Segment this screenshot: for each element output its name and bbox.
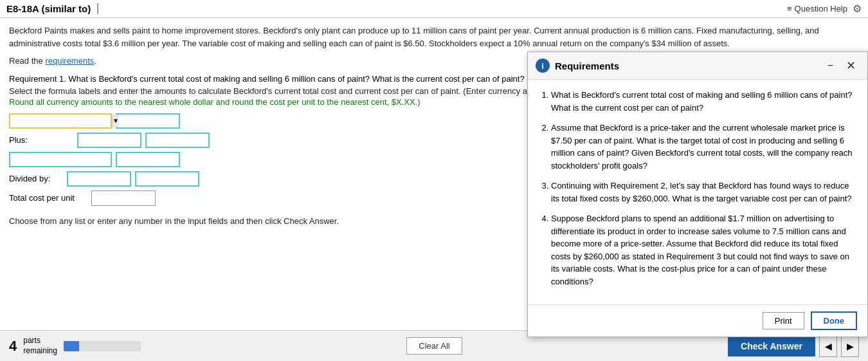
remaining-label: remaining: [23, 346, 57, 356]
popup-body: What is Beckford's current total cost of…: [528, 80, 867, 304]
close-button[interactable]: ✕: [842, 57, 860, 74]
requirements-popup: i Requirements − ✕ What is Beckford's cu…: [527, 51, 868, 337]
question-help-button[interactable]: ≡ Question Help: [787, 4, 847, 14]
total-cost-label: Total cost per unit: [9, 193, 75, 203]
problem-text: Beckford Paints makes and sells paint to…: [9, 24, 859, 50]
next-button[interactable]: ▶: [841, 335, 859, 357]
list-item: Continuing with Requirement 2, let's say…: [551, 180, 857, 205]
parts-info: parts remaining: [23, 336, 57, 356]
popup-header-left: i Requirements: [536, 59, 619, 73]
input-field-2[interactable]: [77, 133, 141, 148]
main-container: E8-18A (similar to) ≡ Question Help ⚙ Be…: [0, 0, 868, 361]
input-field-4[interactable]: [116, 152, 180, 167]
input-field-6[interactable]: [135, 171, 199, 187]
requirements-list: What is Beckford's current total cost of…: [538, 89, 857, 288]
input-field-1[interactable]: [116, 113, 180, 129]
header-right: ≡ Question Help ⚙: [787, 3, 862, 15]
popup-header: i Requirements − ✕: [528, 52, 867, 80]
progress-bar: [64, 341, 141, 351]
parts-label: parts: [23, 336, 57, 346]
divided-by-label: Divided by:: [9, 174, 60, 183]
minimize-button[interactable]: −: [824, 59, 837, 73]
done-button[interactable]: Done: [811, 311, 858, 330]
input-field-5[interactable]: [67, 171, 131, 187]
footer-left: 4 parts remaining: [9, 336, 141, 356]
dropdown-input-2[interactable]: [10, 154, 112, 165]
formula-dropdown-2[interactable]: [9, 152, 112, 167]
info-icon: i: [536, 59, 550, 73]
clear-all-button[interactable]: Clear All: [406, 337, 462, 355]
popup-footer: Print Done: [528, 304, 867, 337]
footer-center: Clear All: [406, 337, 462, 355]
list-item: What is Beckford's current total cost of…: [551, 89, 857, 114]
plus-label: Plus:: [9, 135, 60, 145]
popup-controls: − ✕: [824, 57, 860, 74]
list-item: Suppose Beckford plans to spend an addit…: [551, 212, 857, 288]
prev-button[interactable]: ◀: [819, 335, 837, 357]
check-answer-button[interactable]: Check Answer: [728, 336, 815, 356]
parts-number: 4: [9, 338, 17, 355]
page-title: E8-18A (similar to): [6, 3, 98, 14]
header-bar: E8-18A (similar to) ≡ Question Help ⚙: [0, 0, 868, 18]
dropdown-arrow-icon[interactable]: ▼: [112, 115, 119, 127]
input-field-3[interactable]: [145, 133, 210, 148]
print-button[interactable]: Print: [763, 312, 804, 329]
total-cost-input[interactable]: [91, 190, 156, 206]
list-item: Assume that Beckford is a price-taker an…: [551, 122, 857, 172]
formula-dropdown[interactable]: ▼: [9, 113, 112, 129]
gear-icon[interactable]: ⚙: [853, 3, 862, 15]
footer-right: Check Answer ◀ ▶: [728, 335, 859, 357]
list-icon: ≡: [787, 4, 792, 14]
popup-title: Requirements: [555, 60, 619, 71]
progress-bar-fill: [64, 341, 79, 351]
requirements-link[interactable]: requirements: [45, 56, 94, 66]
dropdown-input[interactable]: [10, 115, 112, 127]
